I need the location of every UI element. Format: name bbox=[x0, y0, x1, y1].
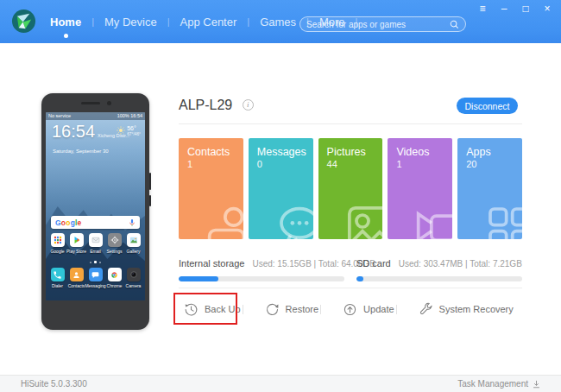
status-bar: HiSuite 5.0.3.300 Task Management bbox=[0, 375, 561, 392]
nav-home[interactable]: Home bbox=[48, 16, 83, 28]
device-name: ALP-L29 bbox=[179, 98, 232, 113]
device-header: ALP-L29 i Disconnect bbox=[179, 97, 522, 117]
app-gallery[interactable]: Gallery bbox=[124, 233, 142, 254]
gallery-icon bbox=[129, 235, 139, 245]
minimize-button[interactable]: – bbox=[499, 3, 509, 15]
app-play-store[interactable]: Play Store bbox=[67, 233, 85, 254]
action-label: Restore bbox=[286, 304, 319, 314]
search-input[interactable] bbox=[306, 20, 450, 29]
nav-my-device[interactable]: My Device bbox=[103, 16, 159, 28]
nav-separator: | bbox=[167, 16, 170, 27]
google-letter: G bbox=[55, 218, 61, 227]
window-controls: ≡ – □ × bbox=[477, 3, 552, 15]
storage-section: Internal storageUsed: 15.15GB | Total: 6… bbox=[179, 255, 522, 281]
app-google-folder[interactable]: Google bbox=[48, 233, 66, 254]
phone-speaker bbox=[81, 102, 100, 104]
phone-screen: No service 100% 16:54 16:54 Xicheng Dist… bbox=[46, 112, 145, 300]
phone-status-right: 100% 16:54 bbox=[117, 112, 142, 120]
contacts-card-icon bbox=[205, 203, 243, 239]
app-label: Camera bbox=[126, 283, 142, 288]
app-label: Email bbox=[90, 249, 101, 254]
home-app-row: Google Play Store bbox=[48, 233, 142, 254]
card-pictures[interactable]: Pictures 44 bbox=[318, 138, 383, 239]
wrench-icon bbox=[419, 302, 433, 317]
storage-label: Internal storage bbox=[179, 258, 244, 269]
chat-bubble-icon bbox=[91, 270, 100, 280]
dock-app-row: Dialer Contacts Messaging bbox=[48, 268, 142, 288]
divider bbox=[320, 305, 321, 314]
divider bbox=[243, 305, 243, 314]
app-messaging[interactable]: Messaging bbox=[86, 268, 104, 288]
google-search-bar[interactable]: Google bbox=[51, 216, 140, 229]
action-bar: Back Up Restore Update System Recovery bbox=[179, 297, 522, 321]
nav-separator: | bbox=[247, 16, 249, 27]
sd-card-storage: SD cardUsed: 303.47MB | Total: 7.21GB bbox=[356, 255, 522, 281]
action-label: Back Up bbox=[205, 304, 241, 314]
data-category-cards: Contacts 1 Messages 0 Pictures 44 Videos… bbox=[179, 138, 522, 239]
restore-icon bbox=[265, 302, 280, 317]
hisuite-logo-icon[interactable] bbox=[11, 9, 36, 34]
menu-icon[interactable]: ≡ bbox=[477, 3, 488, 15]
internal-storage-fill bbox=[179, 276, 218, 281]
search-icon[interactable] bbox=[450, 20, 459, 29]
divider bbox=[396, 305, 397, 314]
info-icon[interactable]: i bbox=[243, 99, 254, 111]
search-box bbox=[299, 16, 466, 32]
play-store-icon bbox=[72, 235, 82, 245]
nav-games[interactable]: Games bbox=[258, 16, 298, 28]
task-management-label: Task Management bbox=[457, 379, 528, 389]
backup-icon bbox=[184, 302, 199, 317]
phone-front-camera bbox=[107, 101, 111, 105]
app-label: Chrome bbox=[107, 283, 123, 288]
close-button[interactable]: × bbox=[542, 3, 552, 15]
chrome-icon bbox=[109, 269, 120, 281]
app-email[interactable]: Email bbox=[86, 233, 104, 254]
internal-storage-bar bbox=[179, 276, 344, 281]
card-label: Videos bbox=[396, 146, 444, 158]
card-count: 0 bbox=[257, 159, 305, 169]
apps-card-icon bbox=[484, 203, 522, 239]
disconnect-button[interactable]: Disconnect bbox=[457, 98, 518, 114]
divider bbox=[179, 288, 522, 288]
app-label: Settings bbox=[106, 249, 122, 254]
app-settings[interactable]: Settings bbox=[105, 233, 123, 254]
card-apps[interactable]: Apps 20 bbox=[457, 138, 522, 239]
app-label: Contacts bbox=[68, 283, 85, 288]
card-label: Contacts bbox=[187, 146, 235, 158]
maximize-button[interactable]: □ bbox=[520, 3, 531, 15]
card-videos[interactable]: Videos 1 bbox=[388, 138, 452, 239]
header-bar: Home | My Device | App Center | Games | … bbox=[0, 0, 561, 43]
backup-button[interactable]: Back Up bbox=[184, 302, 241, 317]
mic-icon[interactable] bbox=[129, 218, 136, 227]
messages-card-icon bbox=[275, 203, 313, 239]
download-icon bbox=[533, 380, 540, 389]
card-label: Pictures bbox=[327, 146, 375, 158]
action-label: System Recovery bbox=[439, 304, 514, 314]
app-label: Gallery bbox=[127, 249, 141, 254]
phone-status-left: No service bbox=[48, 112, 71, 120]
task-management-link[interactable]: Task Management bbox=[457, 379, 540, 389]
system-recovery-button[interactable]: System Recovery bbox=[419, 302, 514, 317]
update-button[interactable]: Update bbox=[343, 302, 394, 317]
nav-app-center[interactable]: App Center bbox=[179, 16, 239, 28]
app-contacts[interactable]: Contacts bbox=[67, 268, 85, 288]
app-dialer[interactable]: Dialer bbox=[48, 268, 66, 288]
camera-lens-icon bbox=[129, 269, 139, 280]
card-messages[interactable]: Messages 0 bbox=[249, 138, 313, 239]
card-contacts[interactable]: Contacts 1 bbox=[179, 138, 243, 239]
card-count: 44 bbox=[327, 159, 375, 169]
app-version: HiSuite 5.0.3.300 bbox=[21, 379, 87, 389]
google-folder-icon bbox=[53, 235, 63, 245]
update-icon bbox=[343, 302, 357, 317]
phone-date: Saturday, September 30 bbox=[53, 149, 109, 154]
person-icon bbox=[72, 270, 81, 280]
app-camera[interactable]: Camera bbox=[124, 268, 142, 288]
pictures-card-icon bbox=[344, 203, 382, 239]
phone-time: 16:54 bbox=[52, 123, 95, 140]
sd-card-bar bbox=[356, 276, 522, 281]
app-chrome[interactable]: Chrome bbox=[105, 268, 123, 288]
internal-storage: Internal storageUsed: 15.15GB | Total: 6… bbox=[179, 255, 344, 281]
phone-handset-icon bbox=[53, 270, 62, 280]
page-indicator bbox=[46, 261, 145, 263]
restore-button[interactable]: Restore bbox=[265, 302, 319, 317]
